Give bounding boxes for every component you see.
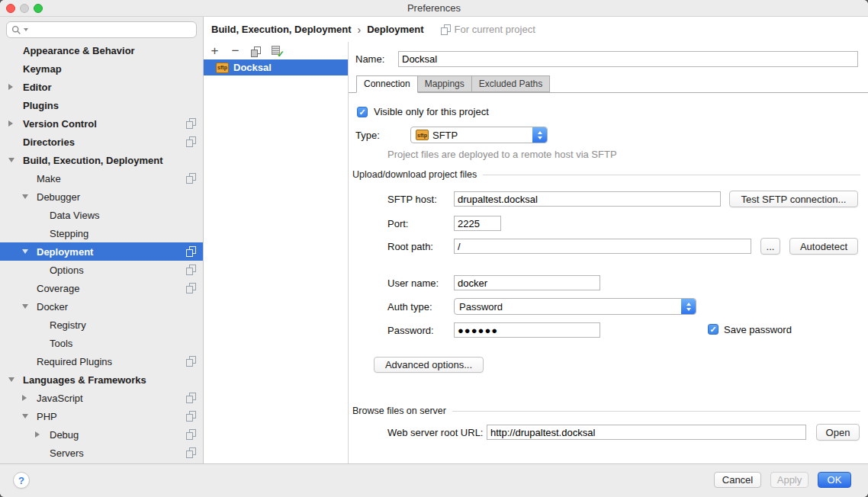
sidebar-item-stepping[interactable]: Stepping <box>0 224 203 242</box>
save-password-label: Save password <box>724 324 792 336</box>
sidebar-item-debugger[interactable]: Debugger <box>0 188 203 206</box>
zoom-window-button[interactable] <box>34 4 43 13</box>
apply-button[interactable]: Apply <box>770 472 809 488</box>
per-project-icon <box>186 246 196 256</box>
type-dropdown[interactable]: sftp SFTP <box>410 127 548 143</box>
sidebar-item-label: Registry <box>50 319 86 331</box>
visible-only-label: Visible only for this project <box>374 106 489 118</box>
chevron-right-icon[interactable] <box>8 84 13 90</box>
dropdown-stepper-icon <box>532 127 547 143</box>
sidebar-item-version-control[interactable]: Version Control <box>0 114 203 133</box>
sidebar-item-label: Tools <box>50 338 72 349</box>
sidebar-item-tools[interactable]: Tools <box>0 334 203 352</box>
tab-connection[interactable]: Connection <box>356 75 418 93</box>
sidebar-item-servers[interactable]: Servers <box>0 444 203 462</box>
search-options-caret-icon[interactable] <box>24 28 28 31</box>
root-path-input[interactable] <box>454 239 751 254</box>
user-name-label: User name: <box>387 277 439 290</box>
search-icon <box>11 25 21 35</box>
breadcrumb: Build, Execution, Deployment › Deploymen… <box>211 17 535 42</box>
sidebar-item-directories[interactable]: Directories <box>0 133 203 151</box>
sidebar-item-plugins[interactable]: Plugins <box>0 96 203 114</box>
window-controls <box>6 4 43 13</box>
use-as-default-icon[interactable]: ✓ <box>270 45 283 58</box>
tab-mappings[interactable]: Mappings <box>418 75 472 92</box>
add-icon[interactable]: + <box>208 45 221 58</box>
sidebar-item-editor[interactable]: Editor <box>0 78 203 96</box>
sidebar-item-deployment[interactable]: Deployment <box>0 242 203 261</box>
dropdown-stepper-icon <box>681 299 696 314</box>
browse-root-path-button[interactable]: ... <box>760 238 780 255</box>
sidebar-item-javascript[interactable]: JavaScript <box>0 389 203 407</box>
sidebar-item-label: PHP <box>37 411 57 422</box>
sidebar-item-build-execution-deployment[interactable]: Build, Execution, Deployment <box>0 151 203 169</box>
deployment-form: Name: ConnectionMappingsExcluded Paths V… <box>349 42 868 463</box>
sidebar-item-appearance-behavior[interactable]: Appearance & Behavior <box>0 41 203 59</box>
sidebar-item-keymap[interactable]: Keymap <box>0 59 203 78</box>
sidebar-item-make[interactable]: Make <box>0 169 203 188</box>
port-input[interactable] <box>454 216 501 231</box>
upload-section-title: Upload/download project files <box>352 169 477 180</box>
sidebar-item-label: Servers <box>50 447 84 459</box>
remove-icon[interactable]: − <box>229 45 242 58</box>
sidebar-item-label: Plugins <box>23 100 59 111</box>
close-window-button[interactable] <box>6 4 15 13</box>
user-name-input[interactable] <box>454 275 600 290</box>
sidebar-item-label: Version Control <box>23 118 97 130</box>
sidebar-item-label: Make <box>37 173 61 184</box>
save-password-checkbox[interactable] <box>708 324 719 335</box>
settings-sidebar: Appearance & BehaviorKeymapEditorPlugins… <box>0 17 204 463</box>
tab-excluded-paths[interactable]: Excluded Paths <box>472 75 550 92</box>
sidebar-item-php[interactable]: PHP <box>0 407 203 425</box>
sidebar-item-docker[interactable]: Docker <box>0 297 203 316</box>
password-input[interactable] <box>454 322 600 338</box>
chevron-down-icon[interactable] <box>22 249 28 254</box>
sidebar-item-label: Build, Execution, Deployment <box>23 155 162 166</box>
sidebar-item-label: Stepping <box>50 228 88 239</box>
sidebar-item-options[interactable]: Options <box>0 261 203 279</box>
sidebar-item-label: Options <box>50 265 84 276</box>
sidebar-item-coverage[interactable]: Coverage <box>0 279 203 297</box>
name-input[interactable] <box>398 51 858 67</box>
auth-type-dropdown[interactable]: Password <box>454 298 696 315</box>
chevron-down-icon[interactable] <box>8 377 14 382</box>
breadcrumb-section[interactable]: Build, Execution, Deployment <box>211 24 351 35</box>
per-project-icon <box>186 447 196 457</box>
password-label: Password: <box>387 325 434 337</box>
chevron-right-icon[interactable] <box>22 395 27 401</box>
sftp-host-input[interactable] <box>454 191 721 207</box>
search-input[interactable] <box>31 24 191 36</box>
per-project-icon <box>186 283 196 293</box>
chevron-right-icon[interactable] <box>35 431 40 438</box>
chevron-down-icon[interactable] <box>22 194 28 199</box>
open-button[interactable]: Open <box>816 424 860 441</box>
server-name: Docksal <box>233 62 272 73</box>
sidebar-item-languages-frameworks[interactable]: Languages & Frameworks <box>0 370 203 389</box>
visible-only-checkbox[interactable] <box>357 107 368 117</box>
chevron-down-icon[interactable] <box>8 158 14 162</box>
autodetect-button[interactable]: Autodetect <box>789 238 858 255</box>
sidebar-item-label: Directories <box>23 136 75 148</box>
server-item-docksal[interactable]: sftpDocksal <box>204 59 348 75</box>
chevron-right-icon[interactable] <box>8 120 13 127</box>
sidebar-item-registry[interactable]: Registry <box>0 316 203 334</box>
sidebar-item-required-plugins[interactable]: Required Plugins <box>0 352 203 370</box>
web-root-input[interactable] <box>487 425 806 440</box>
settings-search-field[interactable] <box>6 21 197 38</box>
minimize-window-button[interactable] <box>20 4 29 13</box>
breadcrumb-page: Deployment <box>367 24 423 35</box>
chevron-down-icon[interactable] <box>22 304 28 309</box>
sidebar-item-label: Docker <box>37 301 68 313</box>
chevron-down-icon[interactable] <box>22 414 28 418</box>
cancel-button[interactable]: Cancel <box>714 472 761 488</box>
copy-icon[interactable] <box>249 45 262 58</box>
help-button[interactable]: ? <box>13 472 30 489</box>
sidebar-item-debug[interactable]: Debug <box>0 425 203 444</box>
test-sftp-connection-button[interactable]: Test SFTP connection... <box>729 191 858 207</box>
titlebar: Preferences <box>0 0 868 17</box>
preferences-window: Preferences Appearance & BehaviorKeymapE… <box>0 0 868 497</box>
advanced-options-button[interactable]: Advanced options... <box>374 357 484 373</box>
browse-section-title: Browse files on server <box>352 406 446 416</box>
sidebar-item-data-views[interactable]: Data Views <box>0 206 203 224</box>
ok-button[interactable]: OK <box>818 472 851 488</box>
